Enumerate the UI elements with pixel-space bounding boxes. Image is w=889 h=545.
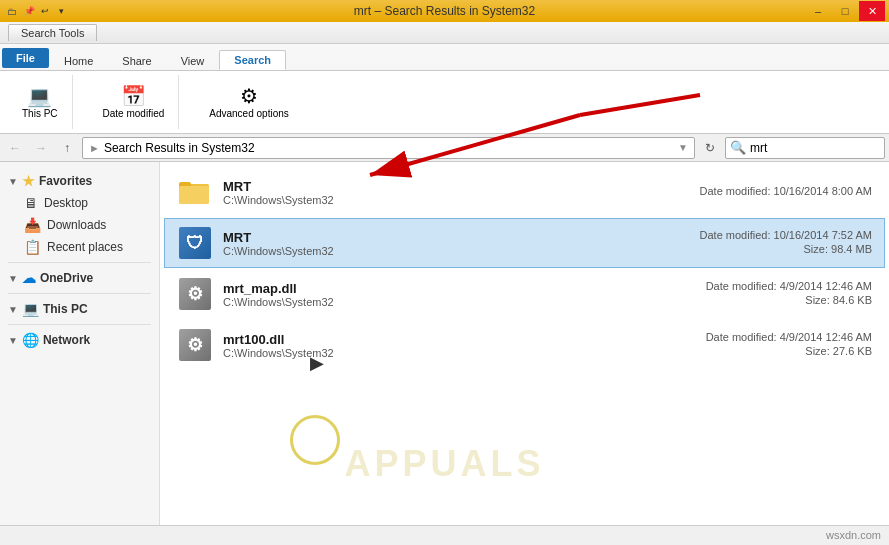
tab-file[interactable]: File (2, 48, 49, 68)
search-input[interactable] (750, 141, 889, 155)
ribbon-group-options: ⚙ Advanced options (195, 75, 303, 129)
file-date-mrt-folder: Date modified: 10/16/2014 8:00 AM (700, 185, 872, 197)
network-icon: 🌐 (22, 332, 39, 348)
file-path-mrt100: C:\Windows\System32 (223, 347, 696, 359)
back-icon[interactable]: ↩ (38, 4, 52, 18)
folder-icon-mrt (177, 174, 213, 210)
ribbon-tabs: File Home Share View Search (0, 44, 889, 70)
calendar-icon: 📅 (121, 86, 146, 106)
file-path-mrt-exe: C:\Windows\System32 (223, 245, 690, 257)
file-item-mrt-exe[interactable]: 🛡 MRT C:\Windows\System32 Date modified:… (164, 218, 885, 268)
ribbon-btn-date[interactable]: 📅 Date modified (97, 84, 171, 121)
sidebar-onedrive-label: OneDrive (40, 271, 93, 285)
sidebar-favorites-header[interactable]: ▼ ★ Favorites (0, 170, 159, 192)
favorites-star-icon: ★ (22, 173, 35, 189)
ribbon-btn-advanced[interactable]: ⚙ Advanced options (203, 84, 295, 121)
address-prefix-icon: ► (89, 142, 100, 154)
back-button[interactable]: ← (4, 137, 26, 159)
sidebar-item-desktop[interactable]: 🖥 Desktop (0, 192, 159, 214)
exe-icon-mrt: 🛡 (177, 225, 213, 261)
file-item-mrt-map[interactable]: ⚙ mrt_map.dll C:\Windows\System32 Date m… (164, 269, 885, 319)
dll-icon-mrt100: ⚙ (177, 327, 213, 363)
sidebar-item-recent-label: Recent places (47, 240, 123, 254)
ribbon-content: 💻 This PC 📅 Date modified ⚙ Advanced opt… (0, 70, 889, 133)
file-meta-mrt-exe: Date modified: 10/16/2014 7:52 AM Size: … (700, 229, 872, 257)
svg-rect-2 (179, 186, 209, 204)
tab-home[interactable]: Home (50, 52, 107, 70)
minimize-button[interactable]: – (805, 1, 831, 21)
title-bar-left: 🗀 📌 ↩ ▾ (4, 3, 68, 19)
settings-icon: ⚙ (240, 86, 258, 106)
tab-share[interactable]: Share (108, 52, 165, 70)
file-size-mrt-exe: Size: 98.4 MB (700, 243, 872, 255)
file-meta-mrt-map: Date modified: 4/9/2014 12:46 AM Size: 8… (706, 280, 872, 308)
ribbon-btn-date-label: Date modified (103, 108, 165, 119)
tab-view[interactable]: View (167, 52, 219, 70)
file-meta-mrt-folder: Date modified: 10/16/2014 8:00 AM (700, 185, 872, 199)
file-item-mrt100[interactable]: ⚙ mrt100.dll C:\Windows\System32 Date mo… (164, 320, 885, 370)
sidebar-network-section: ▼ 🌐 Network (0, 329, 159, 351)
sidebar: ▼ ★ Favorites 🖥 Desktop 📥 Downloads 📋 Re… (0, 162, 160, 525)
maximize-button[interactable]: □ (832, 1, 858, 21)
sidebar-favorites-label: Favorites (39, 174, 92, 188)
downloads-icon: 📥 (24, 217, 41, 233)
file-size-mrt100: Size: 27.6 KB (706, 345, 872, 357)
sidebar-item-downloads[interactable]: 📥 Downloads (0, 214, 159, 236)
file-name-mrt-map: mrt_map.dll (223, 281, 696, 296)
wsxdn-watermark: wsxdn.com (826, 529, 881, 541)
search-tools-tab[interactable]: Search Tools (8, 24, 97, 41)
file-path-mrt-map: C:\Windows\System32 (223, 296, 696, 308)
dll-icon-mrt-map: ⚙ (177, 276, 213, 312)
onedrive-icon: ☁ (22, 270, 36, 286)
sidebar-thispc-section: ▼ 💻 This PC (0, 298, 159, 320)
loading-circle (290, 415, 340, 465)
pin-icon[interactable]: 📌 (22, 4, 36, 18)
dll-icon-inner-map: ⚙ (179, 278, 211, 310)
file-info-mrt-exe: MRT C:\Windows\System32 (223, 230, 690, 257)
search-box[interactable]: 🔍 ✕ (725, 137, 885, 159)
sidebar-item-desktop-label: Desktop (44, 196, 88, 210)
address-box[interactable]: ► Search Results in System32 ▼ (82, 137, 695, 159)
file-meta-mrt100: Date modified: 4/9/2014 12:46 AM Size: 2… (706, 331, 872, 359)
up-button[interactable]: ↑ (56, 137, 78, 159)
file-date-mrt-exe: Date modified: 10/16/2014 7:52 AM (700, 229, 872, 241)
close-button[interactable]: ✕ (859, 1, 885, 21)
ribbon-btn-advanced-label: Advanced options (209, 108, 289, 119)
tab-search[interactable]: Search (219, 50, 286, 70)
ribbon-group-refine: 📅 Date modified (89, 75, 180, 129)
ribbon-btn-this-pc[interactable]: 💻 This PC (16, 84, 64, 121)
down-arrow-icon[interactable]: ▾ (54, 4, 68, 18)
refresh-button[interactable]: ↻ (699, 137, 721, 159)
file-info-mrt-folder: MRT C:\Windows\System32 (223, 179, 690, 206)
sidebar-onedrive-header[interactable]: ▼ ☁ OneDrive (0, 267, 159, 289)
main-area: ▼ ★ Favorites 🖥 Desktop 📥 Downloads 📋 Re… (0, 162, 889, 525)
file-info-mrt-map: mrt_map.dll C:\Windows\System32 (223, 281, 696, 308)
sidebar-divider-3 (8, 324, 151, 325)
sidebar-favorites-section: ▼ ★ Favorites 🖥 Desktop 📥 Downloads 📋 Re… (0, 170, 159, 258)
sidebar-network-label: Network (43, 333, 90, 347)
address-path: Search Results in System32 (104, 141, 255, 155)
sidebar-divider-1 (8, 262, 151, 263)
file-name-mrt-folder: MRT (223, 179, 690, 194)
title-bar: 🗀 📌 ↩ ▾ mrt – Search Results in System32… (0, 0, 889, 22)
exe-icon-inner: 🛡 (179, 227, 211, 259)
file-list: MRT C:\Windows\System32 Date modified: 1… (160, 162, 889, 525)
sidebar-item-recent[interactable]: 📋 Recent places (0, 236, 159, 258)
desktop-icon: 🖥 (24, 195, 38, 211)
ribbon: File Home Share View Search 💻 This PC 📅 … (0, 44, 889, 134)
sidebar-thispc-label: This PC (43, 302, 88, 316)
file-item-mrt-folder[interactable]: MRT C:\Windows\System32 Date modified: 1… (164, 167, 885, 217)
sidebar-thispc-header[interactable]: ▼ 💻 This PC (0, 298, 159, 320)
thispc-icon: 💻 (22, 301, 39, 317)
file-name-mrt100: mrt100.dll (223, 332, 696, 347)
address-dropdown-icon: ▼ (678, 142, 688, 153)
sidebar-network-header[interactable]: ▼ 🌐 Network (0, 329, 159, 351)
pc-icon: 💻 (27, 86, 52, 106)
window-controls: – □ ✕ (805, 1, 885, 21)
dll-icon-inner-100: ⚙ (179, 329, 211, 361)
window-title: mrt – Search Results in System32 (354, 4, 535, 18)
favorites-chevron: ▼ (8, 176, 18, 187)
file-date-mrt100: Date modified: 4/9/2014 12:46 AM (706, 331, 872, 343)
forward-button[interactable]: → (30, 137, 52, 159)
thispc-chevron: ▼ (8, 304, 18, 315)
